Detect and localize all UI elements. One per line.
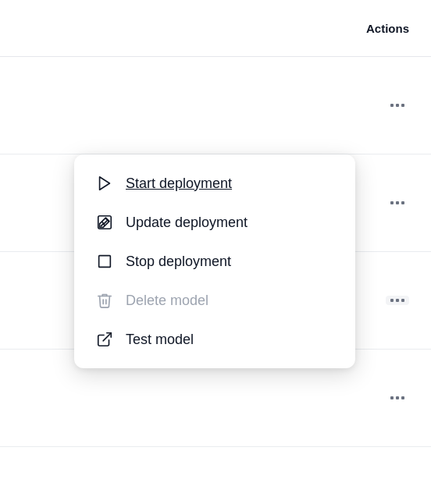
page-wrapper: Actions <box>0 0 431 504</box>
row-actions-button[interactable] <box>386 198 409 208</box>
menu-item-label: Delete model <box>126 293 208 309</box>
dot <box>390 201 394 204</box>
table-row <box>0 57 431 154</box>
trash-icon <box>96 292 113 309</box>
play-icon <box>96 175 113 192</box>
dot <box>401 299 404 302</box>
menu-item-start-deployment[interactable]: Start deployment <box>74 164 355 203</box>
menu-item-test-model[interactable]: Test model <box>74 320 355 359</box>
dot <box>396 201 399 204</box>
menu-item-label: Update deployment <box>126 215 248 231</box>
menu-item-delete-model[interactable]: Delete model <box>74 281 355 320</box>
export-icon <box>96 331 113 348</box>
actions-dropdown-menu: Start deployment Update deployment <box>74 154 355 368</box>
row-actions-button[interactable] <box>386 101 409 110</box>
dot <box>401 104 404 107</box>
dot <box>390 299 394 302</box>
menu-item-update-deployment[interactable]: Update deployment <box>74 203 355 242</box>
menu-item-label: Stop deployment <box>126 254 231 270</box>
dot <box>396 104 399 107</box>
svg-marker-0 <box>100 177 110 190</box>
square-icon <box>96 253 113 270</box>
row-actions-button[interactable] <box>386 296 409 305</box>
svg-rect-2 <box>99 256 111 268</box>
dot <box>401 396 404 399</box>
header-bar: Actions <box>0 0 431 57</box>
menu-item-label: Test model <box>126 332 194 348</box>
dot <box>396 299 399 302</box>
menu-item-label: Start deployment <box>126 176 232 192</box>
edit-icon <box>96 214 113 231</box>
menu-item-stop-deployment[interactable]: Stop deployment <box>74 242 355 281</box>
row-actions-button[interactable] <box>386 393 409 403</box>
dot <box>396 396 399 399</box>
dot <box>401 201 404 204</box>
dot <box>390 104 394 107</box>
dot <box>390 396 394 399</box>
actions-column-header: Actions <box>366 22 409 35</box>
